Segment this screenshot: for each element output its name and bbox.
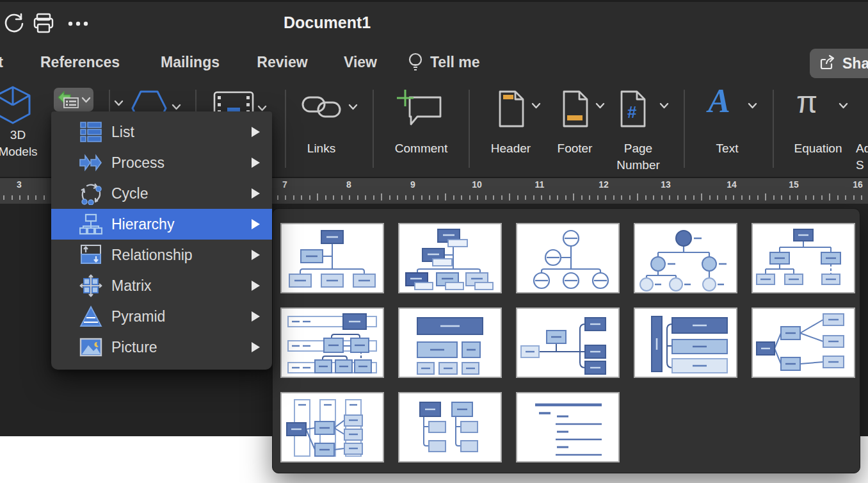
menu-item-cycle[interactable]: Cycle <box>51 178 272 209</box>
shapes-chevron-icon[interactable] <box>172 104 181 110</box>
links-button[interactable]: Links <box>296 88 360 170</box>
menu-item-pyramid[interactable]: Pyramid <box>51 301 272 332</box>
ruler-tick <box>35 195 36 200</box>
comment-button[interactable]: Comment <box>389 87 460 170</box>
title-bar: Document1 <box>0 0 868 45</box>
gallery-item-outline-list[interactable] <box>516 392 620 463</box>
submenu-arrow-icon <box>251 188 261 199</box>
svg-text:#: # <box>627 102 637 122</box>
links-chevron-icon <box>348 104 358 110</box>
menu-item-label: Relationship <box>111 247 193 264</box>
advanced-symbol-label-1[interactable]: Ad <box>856 142 868 156</box>
ruler-tick <box>765 193 766 201</box>
ruler-tick <box>373 195 374 200</box>
ruler-tick <box>757 195 759 200</box>
footer-label: Footer <box>545 142 604 156</box>
ruler-tick <box>557 195 558 200</box>
menu-item-matrix[interactable]: Matrix <box>51 270 272 301</box>
gallery-item-horizontal-hierarchy[interactable] <box>751 307 855 378</box>
ruler-tick <box>653 195 654 200</box>
menu-item-process[interactable]: Process <box>51 147 272 178</box>
share-button[interactable]: Sha <box>810 49 868 78</box>
ruler-tick <box>565 195 567 200</box>
ruler-tick <box>853 195 855 200</box>
ruler-tick <box>685 195 686 200</box>
gallery-item-horizontal-multi-level-hierarchy[interactable] <box>280 392 384 463</box>
gallery-item-name-title-organization-chart[interactable] <box>398 223 502 293</box>
tab-mailings[interactable]: Mailings <box>157 44 223 81</box>
gallery-item-hierarchy[interactable] <box>751 223 855 293</box>
menu-item-picture[interactable]: Picture <box>51 332 272 363</box>
ruler-tick <box>461 195 462 200</box>
ruler-tick <box>589 195 590 200</box>
matrix-icon <box>79 274 102 297</box>
ruler-tick <box>773 195 775 200</box>
submenu-arrow-icon <box>251 126 261 138</box>
submenu-arrow-icon <box>251 341 261 353</box>
gallery-item-horizontal-organization-chart[interactable] <box>516 307 620 378</box>
ruler-tick <box>709 195 711 200</box>
3d-models-button[interactable] <box>0 85 33 129</box>
gallery-item-organization-chart[interactable] <box>280 223 384 293</box>
ruler-tick <box>365 195 366 200</box>
header-button[interactable]: Header <box>484 87 543 170</box>
ruler-tick <box>845 195 846 200</box>
print-icon[interactable] <box>32 12 55 35</box>
ruler-tick <box>605 195 606 200</box>
ruler-tick <box>389 195 390 200</box>
gallery-item-table-hierarchy[interactable] <box>398 307 502 378</box>
tab-partial[interactable]: t <box>0 44 7 81</box>
gallery-item-hierarchy-list[interactable] <box>398 392 502 463</box>
more-icon[interactable] <box>67 16 90 39</box>
comment-icon <box>396 88 447 129</box>
ruler-number: 12 <box>594 179 613 190</box>
ruler-tick <box>381 193 382 201</box>
smartart-button[interactable] <box>54 88 93 111</box>
gallery-item-lined-list[interactable] <box>280 307 384 378</box>
equation-chevron-icon <box>839 102 848 109</box>
3d-models-chevron-icon[interactable] <box>114 100 124 106</box>
menu-item-label: List <box>111 124 134 141</box>
ribbon-tab-row: t References Mailings Review View Tell m… <box>0 44 868 81</box>
text-button[interactable]: A Text <box>698 83 762 168</box>
ruler-tick <box>789 195 791 200</box>
footer-chevron-icon <box>595 102 605 109</box>
gallery-item-architecture-layout[interactable] <box>634 307 737 378</box>
list-icon <box>79 120 102 143</box>
ruler-tick <box>309 195 310 200</box>
tab-view[interactable]: View <box>341 44 380 81</box>
links-label: Links <box>296 142 347 156</box>
equation-button[interactable]: π Equation <box>786 83 856 168</box>
ruler-tick <box>517 195 518 200</box>
ruler-tick <box>797 195 798 200</box>
ruler-tick <box>357 195 358 200</box>
sync-icon[interactable] <box>3 12 26 35</box>
page-number-button[interactable]: # Page Number <box>608 87 672 174</box>
ruler-tick <box>741 195 743 200</box>
page-number-label-1: Page <box>608 142 668 156</box>
ruler-tick <box>733 195 734 200</box>
ruler-tick <box>541 195 542 200</box>
gallery-item-circle-picture-hierarchy[interactable] <box>634 223 737 293</box>
ruler-tick <box>349 195 350 200</box>
menu-item-relationship[interactable]: Relationship <box>51 240 272 270</box>
header-label: Header <box>481 142 540 156</box>
menu-item-label: Picture <box>111 339 157 356</box>
equation-label: Equation <box>786 142 850 156</box>
tab-review[interactable]: Review <box>253 44 311 81</box>
ruler-tick <box>613 195 615 200</box>
media-chevron-icon[interactable] <box>257 105 267 111</box>
ruler-number: 10 <box>467 179 486 190</box>
tab-tell-me[interactable]: Tell me <box>430 44 488 81</box>
ruler-tick <box>421 195 422 200</box>
ruler-tick <box>669 195 670 200</box>
ruler-tick <box>805 195 807 200</box>
menu-item-hierarchy[interactable]: Hierarchy <box>51 209 272 240</box>
ruler-number: 7 <box>275 179 294 190</box>
submenu-arrow-icon <box>251 311 261 322</box>
ruler-tick <box>317 193 318 201</box>
menu-item-list[interactable]: List <box>51 117 272 147</box>
gallery-item-half-circle-organization-chart[interactable] <box>516 223 620 293</box>
tab-references[interactable]: References <box>35 44 125 81</box>
footer-button[interactable]: Footer <box>548 87 607 170</box>
